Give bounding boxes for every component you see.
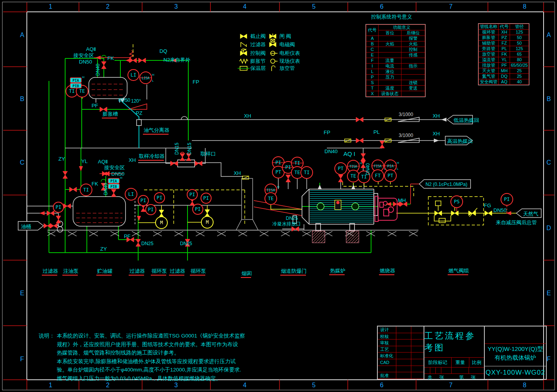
grid-row-label: C bbox=[546, 159, 551, 166]
instrument-bubble-pi: PI bbox=[53, 202, 64, 212]
drawing-title: 工艺流程参考图 bbox=[424, 328, 484, 356]
title-block-right: YY(Q)W-1200Y(Q)型 有机热载体锅炉 QXY-100W-WG02 bbox=[485, 326, 546, 379]
notes-prefix: 说明： bbox=[39, 332, 55, 340]
diagram-label: XH bbox=[433, 131, 440, 137]
valve-icon bbox=[356, 138, 363, 143]
pipeline-table: 管线名称 代号 管径 循环管XH125膨胀管PZ50辅助管FZ50旁路管PL12… bbox=[478, 24, 529, 85]
grid-row-label: A bbox=[547, 32, 551, 38]
diagram-label: 冷凝水排放口 bbox=[272, 221, 301, 227]
table-row: 膨胀管PZ50 bbox=[479, 35, 529, 41]
valve-icon bbox=[44, 223, 51, 228]
note-line: 燃气阀组入口压力一般为0.03-0.045MPa，具体数值根据燃烧器确定。 bbox=[57, 374, 252, 383]
valve-icon bbox=[111, 189, 116, 197]
foundation bbox=[312, 231, 325, 243]
diagram-label: FP bbox=[324, 129, 330, 135]
svg-text:PI: PI bbox=[285, 165, 291, 170]
diagram-label: N2 (0.1≤P≤1.0MPa) bbox=[426, 182, 467, 187]
svg-text:TE: TE bbox=[351, 173, 356, 179]
diagram-label: ZY bbox=[100, 246, 107, 252]
grid-row-label: A bbox=[20, 32, 24, 38]
col-header: 功能意义 bbox=[379, 25, 425, 30]
note-line: 本系统的设计、安装、调试、运行操作除应遵照TSG G0001《锅炉安全技术监察 bbox=[57, 332, 252, 340]
table-row: C控制 bbox=[366, 47, 425, 53]
svg-text:FISA: FISA bbox=[374, 165, 381, 168]
table-row: 放空管FK65 bbox=[479, 52, 529, 57]
instrument-bubble-pi: PI bbox=[146, 204, 156, 215]
title-block-row: 标准化 bbox=[378, 353, 424, 359]
instrument-bubble-pi: PI bbox=[154, 193, 165, 203]
svg-text:LISA: LISA bbox=[142, 77, 149, 80]
svg-text:PIA: PIA bbox=[387, 164, 394, 168]
svg-text:H: H bbox=[152, 73, 154, 77]
grid-col-label: 8 bbox=[523, 3, 527, 10]
note-line: 本系统安装完毕,除膨胀槽和储油槽外,炉体及管线等应按规程要求进行压力试 bbox=[57, 357, 252, 366]
svg-text:PI: PI bbox=[189, 192, 195, 197]
svg-text:TI: TI bbox=[304, 170, 309, 175]
svg-text:PI: PI bbox=[56, 204, 61, 210]
grid-col-label: 3 bbox=[174, 382, 178, 388]
svg-text:TE: TE bbox=[79, 88, 85, 94]
svg-text:PT: PT bbox=[276, 169, 281, 175]
diagram-label: PL bbox=[373, 129, 380, 135]
grid-row-label: E bbox=[20, 290, 24, 296]
title-block-row: 批准 bbox=[378, 372, 424, 379]
legend-label: 放空管 bbox=[279, 65, 295, 71]
strainer-icon bbox=[241, 42, 246, 47]
no-label: 第 bbox=[459, 374, 464, 381]
motor-m: M bbox=[156, 217, 167, 229]
diagram-label: DN40 bbox=[95, 64, 101, 76]
title-block-row: 审核 bbox=[378, 339, 424, 346]
svg-text:LI: LI bbox=[128, 191, 134, 197]
title-block-row: 设计 bbox=[378, 326, 424, 333]
diagram-label: PZ bbox=[136, 110, 143, 116]
valve-icon bbox=[195, 161, 202, 166]
diagram-label: PF bbox=[124, 233, 131, 239]
instrument-bubble-pi: PI bbox=[201, 193, 211, 203]
diagram-label: 膨胀槽 bbox=[103, 111, 118, 117]
title-block-row: 校核 bbox=[378, 333, 424, 340]
valve-icon bbox=[63, 171, 68, 178]
col-header: 代号 bbox=[366, 25, 379, 36]
svg-text:H: H bbox=[277, 185, 279, 189]
valve-icon bbox=[101, 62, 106, 69]
legend-label: 过滤器 bbox=[250, 41, 266, 47]
col-header: 后继位 bbox=[401, 30, 425, 36]
note-line: 验。单台炉烟囱内径不小于φ400mm,高度不小于12000,并应满足当地环保要求… bbox=[57, 366, 252, 374]
diagram-label: ZY bbox=[58, 156, 65, 162]
instrument-bubble-te: TE bbox=[347, 170, 359, 182]
diagram-label: 接安全区 bbox=[104, 165, 125, 171]
diagram-label: 油桶 bbox=[21, 223, 31, 229]
table-row: 氮气管DQ25 bbox=[479, 74, 529, 79]
valve-icon bbox=[205, 210, 210, 217]
col-header: 首位 bbox=[379, 30, 401, 36]
diagram-label: 高温热媒出 bbox=[447, 138, 473, 144]
svg-text:TISA: TISA bbox=[349, 165, 357, 169]
valve-icon bbox=[69, 187, 77, 192]
grid-col-label: 5 bbox=[312, 382, 316, 388]
svg-text:PT: PT bbox=[388, 173, 393, 178]
diagram-label: 3/1000 bbox=[399, 133, 413, 138]
vent-pipe-icon bbox=[272, 66, 275, 71]
flow-arrow-icon bbox=[39, 211, 45, 215]
diagram-label: XH bbox=[129, 157, 136, 163]
instrument-bubble-pi: PI bbox=[193, 204, 203, 214]
svg-text:PS: PS bbox=[454, 199, 459, 204]
table-row: 排放管PF65/50/25 bbox=[479, 63, 529, 68]
svg-text:PI: PI bbox=[203, 195, 209, 201]
svg-text:TISA: TISA bbox=[266, 188, 275, 192]
control-lines-dashed bbox=[133, 44, 484, 225]
diagram-label: 烟囱 bbox=[242, 270, 252, 276]
grid-col-label: 3 bbox=[174, 3, 178, 10]
title-block: 设计校核审核工艺标准化CAD批准 工艺流程参考图 阶段标记 重量 比例 共 张 … bbox=[377, 326, 547, 380]
grid-col-label: 7 bbox=[449, 3, 453, 10]
table-row: A报警 bbox=[366, 36, 425, 41]
valve-icon bbox=[451, 211, 458, 216]
svg-text:M: M bbox=[206, 219, 208, 225]
foundation bbox=[346, 231, 359, 243]
svg-text:PIB: PIB bbox=[73, 84, 79, 88]
sample-cooler bbox=[178, 160, 195, 167]
ground-hatch bbox=[47, 231, 418, 236]
diagram-label: FK bbox=[107, 55, 114, 61]
table-row: 旁路管PL125 bbox=[479, 46, 529, 52]
svg-text:M: M bbox=[160, 220, 163, 225]
